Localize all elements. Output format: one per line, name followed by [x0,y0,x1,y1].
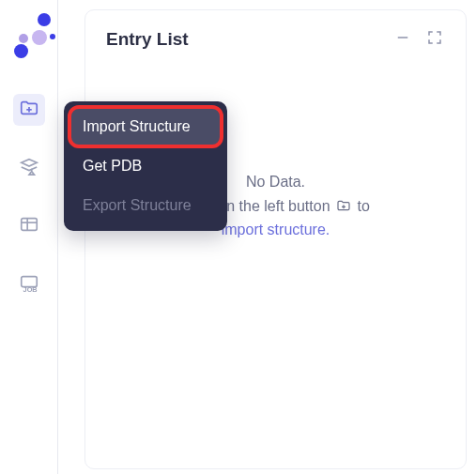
panel-header: Entry List [85,10,466,59]
jobs-button[interactable]: JOB [13,268,45,300]
menu-item-import-structure[interactable]: Import Structure [69,107,222,146]
expand-button[interactable] [424,29,445,50]
entry-list-panel: Entry List No Data. Click on the left bu… [84,9,467,469]
table-button[interactable] [13,210,45,242]
minimize-button[interactable] [392,29,413,50]
import-menu: Import Structure Get PDB Export Structur… [64,101,227,231]
menu-item-export-structure: Export Structure [69,186,222,225]
empty-suffix: to [357,198,369,214]
layers-lab-button[interactable] [13,152,45,184]
layers-flask-icon [19,156,39,180]
expand-icon [426,29,443,50]
sidebar: JOB [0,0,58,474]
import-structure-link[interactable]: import structure. [222,222,330,237]
folder-plus-inline-icon [336,198,351,213]
menu-item-get-pdb[interactable]: Get PDB [69,146,222,186]
table-icon [19,214,39,238]
minimize-icon [394,29,411,50]
svg-text:JOB: JOB [23,285,37,293]
panel-title: Entry List [106,29,381,50]
job-icon: JOB [19,272,39,297]
svg-rect-2 [21,219,37,231]
import-structure-button[interactable] [13,94,45,126]
folder-plus-icon [19,98,39,122]
